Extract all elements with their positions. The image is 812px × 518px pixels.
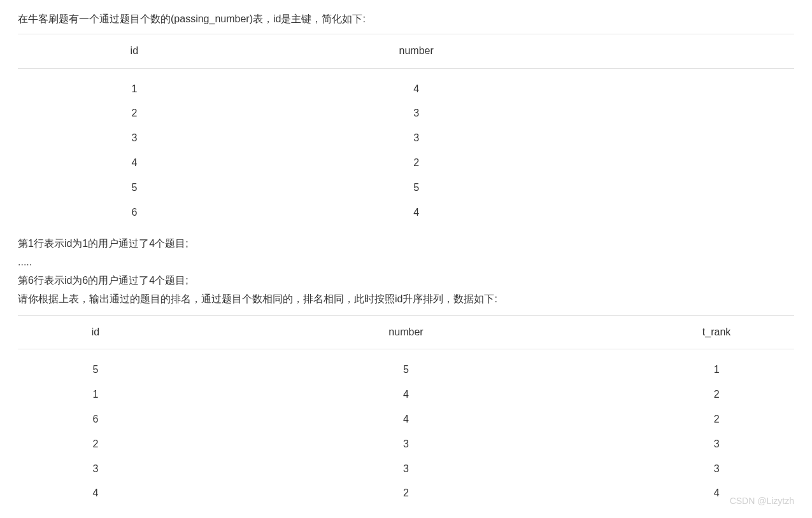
cell-number: 2 <box>251 151 794 176</box>
table-header-row: id number t_rank <box>18 315 794 349</box>
cell-number: 3 <box>251 101 794 126</box>
cell-id: 3 <box>18 126 251 151</box>
table-row: 1 4 2 <box>18 382 794 407</box>
table-row: 2 3 3 <box>18 432 794 457</box>
table-header-row: id number <box>18 34 794 68</box>
cell-trank: 2 <box>639 407 794 432</box>
table-row: 5 5 1 <box>18 349 794 382</box>
cell-id: 2 <box>18 432 173 457</box>
table-row: 6 4 <box>18 200 794 225</box>
table-row: 4 2 4 <box>18 481 794 506</box>
table-row: 3 3 <box>18 126 794 151</box>
cell-id: 5 <box>18 176 251 200</box>
cell-trank: 4 <box>639 481 794 506</box>
rank-result-table: id number t_rank 5 5 1 1 4 2 6 4 2 2 3 3… <box>18 315 794 507</box>
desc-line-1: 第1行表示id为1的用户通过了4个题目; <box>18 235 794 253</box>
cell-trank: 1 <box>639 349 794 382</box>
cell-number: 4 <box>251 68 794 101</box>
table-row: 4 2 <box>18 151 794 176</box>
cell-number: 3 <box>173 432 639 457</box>
cell-id: 6 <box>18 407 173 432</box>
table-row: 3 3 3 <box>18 457 794 482</box>
desc-line-ellipsis: ..... <box>18 253 794 272</box>
desc-line-instruction: 请你根据上表，输出通过的题目的排名，通过题目个数相同的，排名相同，此时按照id升… <box>18 290 794 309</box>
cell-id: 3 <box>18 457 173 482</box>
table-row: 5 5 <box>18 176 794 200</box>
cell-id: 6 <box>18 200 251 225</box>
cell-id: 2 <box>18 101 251 126</box>
cell-number: 4 <box>251 200 794 225</box>
cell-number: 3 <box>251 126 794 151</box>
desc-line-6: 第6行表示id为6的用户通过了4个题目; <box>18 272 794 290</box>
cell-id: 4 <box>18 481 173 506</box>
col-header-trank: t_rank <box>639 315 794 349</box>
cell-number: 3 <box>173 457 639 482</box>
cell-trank: 2 <box>639 382 794 407</box>
col-header-number: number <box>173 315 639 349</box>
intro-text: 在牛客刷题有一个通过题目个数的(passing_number)表，id是主键，简… <box>18 10 794 29</box>
col-header-number: number <box>251 34 794 68</box>
col-header-id: id <box>18 315 173 349</box>
description-block: 第1行表示id为1的用户通过了4个题目; ..... 第6行表示id为6的用户通… <box>18 235 794 308</box>
cell-trank: 3 <box>639 457 794 482</box>
cell-id: 1 <box>18 68 251 101</box>
table-row: 2 3 <box>18 101 794 126</box>
cell-number: 5 <box>251 176 794 200</box>
cell-trank: 3 <box>639 432 794 457</box>
cell-number: 2 <box>173 481 639 506</box>
table-row: 6 4 2 <box>18 407 794 432</box>
cell-id: 5 <box>18 349 173 382</box>
cell-id: 1 <box>18 382 173 407</box>
table-row: 1 4 <box>18 68 794 101</box>
cell-id: 4 <box>18 151 251 176</box>
cell-number: 4 <box>173 407 639 432</box>
cell-number: 5 <box>173 349 639 382</box>
passing-number-table: id number 1 4 2 3 3 3 4 2 5 5 6 4 <box>18 34 794 225</box>
cell-number: 4 <box>173 382 639 407</box>
col-header-id: id <box>18 34 251 68</box>
